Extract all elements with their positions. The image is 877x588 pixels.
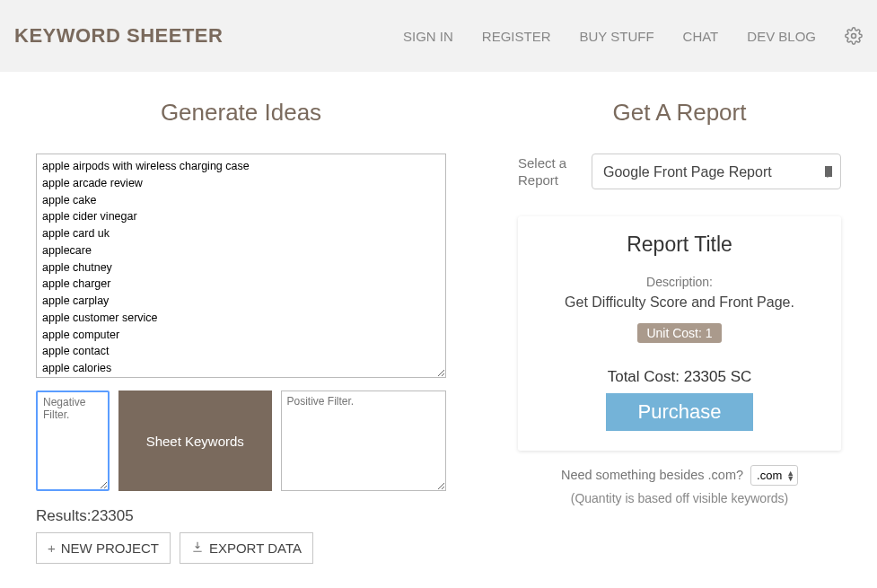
svg-point-0 <box>852 34 856 39</box>
description-label: Description: <box>536 275 823 289</box>
export-data-button[interactable]: EXPORT DATA <box>180 532 313 564</box>
report-card: Report Title Description: Get Difficulty… <box>518 216 841 451</box>
nav-register[interactable]: REGISTER <box>482 29 551 44</box>
download-icon <box>191 540 204 556</box>
negative-filter-input[interactable] <box>36 391 110 491</box>
generate-ideas-title: Generate Ideas <box>36 99 446 127</box>
sheet-keywords-button[interactable]: Sheet Keywords <box>118 391 272 491</box>
nav-devblog[interactable]: DEV BLOG <box>747 29 816 44</box>
brand-logo[interactable]: KEYWORD SHEETER <box>14 24 223 48</box>
nav-signin[interactable]: SIGN IN <box>403 29 453 44</box>
get-report-title: Get A Report <box>518 99 841 127</box>
gear-icon[interactable] <box>845 27 863 45</box>
nav-chat[interactable]: CHAT <box>683 29 719 44</box>
keywords-textarea[interactable] <box>36 154 446 378</box>
tld-row: Need something besides .com? .com ▲▼ <box>518 465 841 486</box>
results-count: Results:23305 <box>36 507 446 525</box>
total-cost: Total Cost: 23305 SC <box>536 368 823 386</box>
tld-select[interactable]: .com <box>750 465 798 486</box>
report-select-label: Select a Report <box>518 154 572 189</box>
report-card-title: Report Title <box>536 233 823 257</box>
export-data-label: EXPORT DATA <box>209 540 302 556</box>
quantity-note: (Quantity is based off visible keywords) <box>518 491 841 505</box>
plus-icon: + <box>48 540 56 556</box>
tld-select-wrap: .com ▲▼ <box>747 465 798 486</box>
report-select[interactable]: Google Front Page Report <box>592 154 841 189</box>
report-select-row: Select a Report Google Front Page Report… <box>518 154 841 189</box>
action-row: + NEW PROJECT EXPORT DATA <box>36 532 446 564</box>
get-report-panel: Get A Report Select a Report Google Fron… <box>518 99 841 564</box>
main-container: Generate Ideas Sheet Keywords Results:23… <box>0 72 877 588</box>
new-project-label: NEW PROJECT <box>61 540 159 556</box>
report-select-wrap: Google Front Page Report ▲▼ <box>592 154 841 189</box>
nav-buystuff[interactable]: BUY STUFF <box>579 29 653 44</box>
new-project-button[interactable]: + NEW PROJECT <box>36 532 171 564</box>
results-label: Results: <box>36 507 91 524</box>
unit-cost-badge: Unit Cost: 1 <box>637 323 721 343</box>
header: KEYWORD SHEETER SIGN IN REGISTER BUY STU… <box>0 0 877 72</box>
purchase-button[interactable]: Purchase <box>606 393 754 431</box>
filter-row: Sheet Keywords <box>36 391 446 491</box>
description-text: Get Difficulty Score and Front Page. <box>536 294 823 311</box>
tld-label: Need something besides .com? <box>561 468 743 482</box>
results-value: 23305 <box>91 507 133 524</box>
positive-filter-input[interactable] <box>281 391 447 491</box>
generate-ideas-panel: Generate Ideas Sheet Keywords Results:23… <box>36 99 446 564</box>
top-nav: SIGN IN REGISTER BUY STUFF CHAT DEV BLOG <box>403 27 863 45</box>
